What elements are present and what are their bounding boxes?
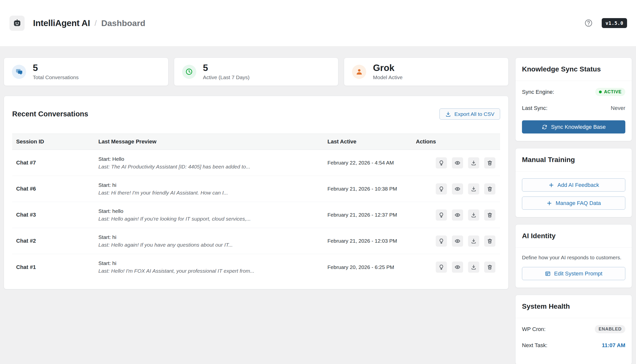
feedback-button[interactable] xyxy=(436,210,447,220)
wp-cron-label: WP Cron: xyxy=(522,326,546,332)
column-header-preview: Last Message Preview xyxy=(94,134,323,150)
status-badge: ACTIVE xyxy=(595,88,625,96)
delete-button[interactable] xyxy=(484,210,495,220)
stat-value: Grok xyxy=(373,63,402,73)
system-health-card: System Health WP Cron: ENABLED Next Task… xyxy=(515,295,632,364)
download-icon xyxy=(471,186,477,192)
last-sync-value: Never xyxy=(611,105,625,112)
session-id: Chat #2 xyxy=(12,238,94,244)
start-message: Start: hello xyxy=(98,208,319,214)
export-button[interactable] xyxy=(468,183,479,194)
delete-button[interactable] xyxy=(484,183,495,194)
robot-icon xyxy=(13,18,22,28)
export-button[interactable] xyxy=(468,236,479,247)
header-right: v1.5.0 xyxy=(584,18,627,28)
status-text: ACTIVE xyxy=(604,89,621,94)
last-message: Last: The AI Productivity Assistant [ID:… xyxy=(98,164,319,170)
message-preview: Start: hello Last: Hello again! If you'r… xyxy=(94,208,323,222)
ai-identity-card: AI Identity Define how your AI responds … xyxy=(515,224,632,288)
card-title: Manual Training xyxy=(516,148,632,172)
trash-icon xyxy=(487,212,493,218)
table-row: Chat #3 Start: hello Last: Hello again! … xyxy=(12,202,500,228)
eye-icon xyxy=(455,186,460,192)
stats-row: 5 Total Conversations 5 Active (Last 7 D… xyxy=(4,58,509,86)
delete-button[interactable] xyxy=(484,236,495,247)
stat-label: Active (Last 7 Days) xyxy=(203,74,250,80)
conversations-table: Session ID Last Message Preview Last Act… xyxy=(12,134,500,280)
download-icon xyxy=(471,212,477,218)
last-active-date: February 21, 2026 - 10:38 PM xyxy=(323,186,412,192)
export-button[interactable] xyxy=(468,262,479,273)
breadcrumb-separator: / xyxy=(94,18,97,28)
trash-icon xyxy=(487,238,493,244)
wp-cron-row: WP Cron: ENABLED xyxy=(522,325,625,333)
sidebar: Knowledge Sync Status Sync Engine: ACTIV… xyxy=(515,58,632,364)
last-sync-label: Last Sync: xyxy=(522,105,548,112)
row-actions xyxy=(412,236,500,247)
feedback-button[interactable] xyxy=(436,262,447,273)
card-title: AI Identity xyxy=(516,224,632,248)
view-button[interactable] xyxy=(452,157,463,168)
view-button[interactable] xyxy=(452,262,463,273)
manage-faq-data-button[interactable]: Manage FAQ Data xyxy=(522,196,625,210)
help-icon xyxy=(584,19,593,27)
card-title: System Health xyxy=(516,295,632,318)
cron-status-badge: ENABLED xyxy=(595,325,625,333)
add-ai-feedback-button[interactable]: Add AI Feedback xyxy=(522,178,625,192)
last-message: Last: Hello! I'm FOX AI Assistant, your … xyxy=(98,268,319,274)
person-icon xyxy=(352,65,366,79)
feedback-button[interactable] xyxy=(436,157,447,168)
sync-icon xyxy=(542,124,548,130)
view-button[interactable] xyxy=(452,183,463,194)
sync-engine-label: Sync Engine: xyxy=(522,89,554,95)
plus-icon xyxy=(548,182,554,188)
knowledge-sync-card: Knowledge Sync Status Sync Engine: ACTIV… xyxy=(515,58,632,141)
stat-label: Total Conversations xyxy=(33,74,79,80)
start-message: Start: hi xyxy=(98,234,319,240)
message-preview: Start: hi Last: Hi there! I'm your frien… xyxy=(94,182,323,196)
sync-knowledge-base-button[interactable]: Sync Knowledge Base xyxy=(522,120,625,134)
export-button[interactable] xyxy=(468,210,479,220)
view-button[interactable] xyxy=(452,236,463,247)
status-text: ENABLED xyxy=(598,326,621,332)
lightbulb-icon xyxy=(439,186,444,192)
feedback-button[interactable] xyxy=(436,183,447,194)
last-message: Last: Hello again! If you have any quest… xyxy=(98,242,319,248)
session-id: Chat #1 xyxy=(12,264,94,270)
last-message: Last: Hi there! I'm your friendly AI Ass… xyxy=(98,190,319,196)
card-title: Knowledge Sync Status xyxy=(516,58,632,81)
version-badge: v1.5.0 xyxy=(602,18,627,28)
app-header: IntelliAgent AI / Dashboard v1.5.0 xyxy=(0,0,636,46)
last-active-date: February 21, 2026 - 12:03 PM xyxy=(323,238,412,244)
start-message: Start: Hello xyxy=(98,156,319,162)
delete-button[interactable] xyxy=(484,262,495,273)
session-id: Chat #3 xyxy=(12,212,94,218)
export-button[interactable] xyxy=(468,157,479,168)
stat-value: 5 xyxy=(203,63,250,73)
row-actions xyxy=(412,183,500,194)
table-row: Chat #7 Start: Hello Last: The AI Produc… xyxy=(12,150,500,176)
plus-icon xyxy=(546,200,552,206)
feedback-button[interactable] xyxy=(436,236,447,247)
recent-conversations-panel: Recent Conversations Export All to CSV S… xyxy=(4,96,509,289)
download-icon xyxy=(471,160,477,166)
next-task-value: 11:07 AM xyxy=(602,342,625,348)
view-button[interactable] xyxy=(452,210,463,220)
table-header-row: Session ID Last Message Preview Last Act… xyxy=(12,134,500,150)
system-prompt-icon xyxy=(545,271,551,277)
help-button[interactable] xyxy=(584,19,593,27)
last-active-date: February 21, 2026 - 12:37 PM xyxy=(323,212,412,218)
button-label: Manage FAQ Data xyxy=(555,200,601,206)
download-icon xyxy=(445,111,451,117)
row-actions xyxy=(412,210,500,220)
column-header-actions: Actions xyxy=(412,134,500,150)
last-sync-row: Last Sync: Never xyxy=(522,105,625,112)
session-id: Chat #6 xyxy=(12,186,94,192)
next-task-label: Next Task: xyxy=(522,342,547,348)
column-header-session-id: Session ID xyxy=(12,134,94,150)
delete-button[interactable] xyxy=(484,157,495,168)
edit-system-prompt-button[interactable]: Edit System Prompt xyxy=(522,267,625,280)
export-all-csv-button[interactable]: Export All to CSV xyxy=(440,108,500,120)
main-column: 5 Total Conversations 5 Active (Last 7 D… xyxy=(4,58,509,289)
row-actions xyxy=(412,157,500,168)
